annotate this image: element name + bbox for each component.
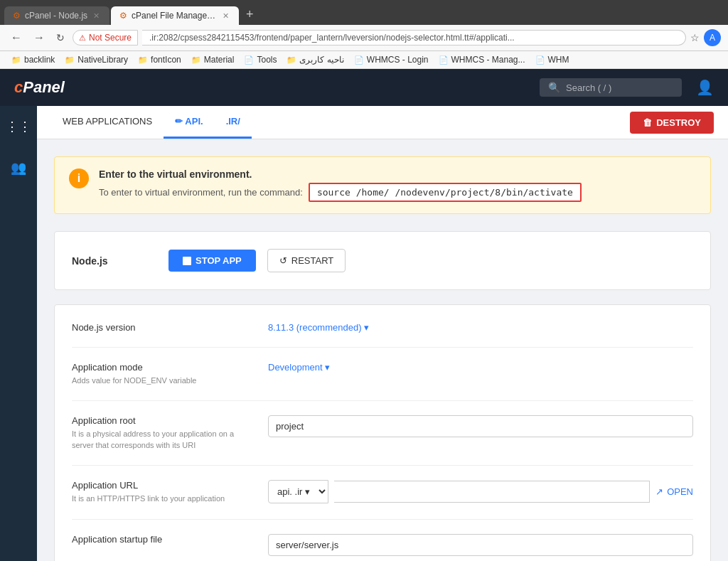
form-row-version: Node.js version 8.11.3 (recommended) ▾	[72, 322, 693, 333]
folder-icon: 📁	[11, 55, 21, 65]
form-label-mode: Application mode Adds value for NODE_ENV…	[72, 362, 257, 386]
not-secure-label: Not Secure	[89, 33, 132, 43]
new-tab-button[interactable]: +	[240, 4, 259, 25]
tab-bar: ⚙ cPanel - Node.js ✕ ⚙ cPanel File Manag…	[0, 0, 728, 25]
app-root-input[interactable]	[268, 415, 693, 437]
form-row-mode: Application mode Adds value for NODE_ENV…	[72, 362, 693, 386]
folder-icon: 📁	[138, 55, 148, 65]
form-row-startup: Application startup file	[72, 534, 693, 556]
nav-web-applications[interactable]: WEB APPLICATIONS	[51, 106, 164, 139]
form-value-startup	[268, 534, 693, 556]
form-label-root: Application root It is a physical addres…	[72, 415, 257, 451]
alert-title: Enter to the virtual environment.	[99, 169, 696, 180]
file-icon: 📄	[535, 55, 545, 65]
nav-api[interactable]: ✏ API.	[164, 106, 214, 139]
startup-file-input[interactable]	[268, 534, 693, 556]
cpanel-header: cPanel 🔍 👤	[0, 69, 728, 106]
tab1-favicon: ⚙	[13, 11, 21, 21]
nav-ir[interactable]: .IR/	[215, 106, 252, 139]
tab2-close[interactable]: ✕	[221, 11, 230, 21]
open-button[interactable]: ↗ OPEN	[655, 486, 693, 497]
form-label-url: Application URL It is an HTTP/HTTPS link…	[72, 480, 257, 504]
tab-2[interactable]: ⚙ cPanel File Manager v3 ✕	[111, 6, 239, 25]
restart-icon: ↺	[279, 255, 287, 266]
file-icon: 📄	[439, 55, 449, 65]
mode-dropdown[interactable]: Development ▾	[268, 362, 330, 373]
header-search[interactable]: 🔍	[540, 78, 682, 97]
folder-icon: 📁	[287, 55, 296, 65]
top-nav: WEB APPLICATIONS ✏ API. .IR/ 🗑 DESTROY	[37, 106, 728, 139]
tab2-title: cPanel File Manager v3	[132, 11, 217, 21]
cpanel-body: ⋮⋮ 👥 WEB APPLICATIONS ✏ API. .IR/ 🗑 DEST…	[0, 106, 728, 561]
bookmark-nahiye[interactable]: 📁 ناحیه کاربری	[282, 53, 348, 66]
nodejs-panel: Node.js STOP APP ↺ RESTART	[54, 231, 711, 290]
external-link-icon: ↗	[655, 486, 663, 497]
form-value-version[interactable]: 8.11.3 (recommended) ▾	[268, 322, 693, 333]
folder-icon: 📁	[191, 55, 201, 65]
alert-box: i Enter to the virtual environment. To e…	[54, 156, 711, 214]
address-bar: ← → ↻ ⚠ Not Secure .ir:2082/cpsess284211…	[0, 25, 728, 51]
tab-1[interactable]: ⚙ cPanel - Node.js ✕	[4, 6, 109, 25]
stop-app-button[interactable]: STOP APP	[168, 250, 256, 272]
bookmark-nativelibrary[interactable]: 📁 NativeLibrary	[60, 53, 132, 66]
nodejs-row: Node.js STOP APP ↺ RESTART	[72, 249, 693, 272]
sidebar: ⋮⋮ 👥	[0, 106, 37, 561]
tab2-favicon: ⚙	[119, 11, 127, 21]
alert-content: Enter to the virtual environment. To ent…	[99, 169, 696, 202]
cpanel-logo: cPanel	[14, 78, 65, 97]
file-icon: 📄	[244, 55, 254, 65]
command-box: source /home/ /nodevenv/project/8/bin/ac…	[309, 183, 582, 202]
bookmark-whmcs-login[interactable]: 📄 WHMCS - Login	[350, 53, 433, 66]
search-input[interactable]	[566, 82, 651, 93]
content-area: i Enter to the virtual environment. To e…	[37, 139, 728, 561]
url-row: api. .ir ▾ ↗ OPEN	[268, 480, 693, 503]
sidebar-users-icon[interactable]: 👥	[5, 154, 32, 181]
bookmark-tools[interactable]: 📄 Tools	[240, 53, 281, 66]
user-icon[interactable]: 👤	[696, 79, 714, 96]
form-value-mode[interactable]: Development ▾	[268, 362, 693, 373]
edit-icon: ✏	[175, 116, 183, 127]
destroy-button[interactable]: 🗑 DESTROY	[630, 112, 714, 134]
form-value-root	[268, 415, 693, 437]
form-row-url: Application URL It is an HTTP/HTTPS link…	[72, 480, 693, 504]
form-label-version: Node.js version	[72, 322, 257, 333]
bookmark-star[interactable]: ☆	[690, 32, 700, 43]
reload-button[interactable]: ↻	[53, 31, 68, 45]
alert-body: To enter to virtual environment, run the…	[99, 183, 696, 202]
lock-icon: ⚠	[79, 33, 86, 43]
form-panel: Node.js version 8.11.3 (recommended) ▾ A…	[54, 304, 711, 561]
stop-icon	[183, 257, 191, 265]
bookmark-backlink[interactable]: 📁 backlink	[7, 53, 59, 66]
bookmarks-bar: 📁 backlink 📁 NativeLibrary 📁 fontIcon 📁 …	[0, 51, 728, 69]
bookmark-material[interactable]: 📁 Material	[187, 53, 239, 66]
url-path-input[interactable]	[334, 481, 650, 503]
bookmark-whm[interactable]: 📄 WHM	[531, 53, 574, 66]
sidebar-grid-icon[interactable]: ⋮⋮	[0, 113, 37, 140]
bookmark-whmcs-manag[interactable]: 📄 WHMCS - Manag...	[434, 53, 530, 66]
search-icon: 🔍	[548, 82, 560, 93]
info-icon: i	[69, 169, 89, 188]
tab1-close[interactable]: ✕	[92, 11, 101, 21]
back-button[interactable]: ←	[7, 30, 26, 46]
form-value-url: api. .ir ▾ ↗ OPEN	[268, 480, 693, 503]
bookmark-fonticon[interactable]: 📁 fontIcon	[134, 53, 186, 66]
forward-button[interactable]: →	[30, 30, 48, 46]
main-content: WEB APPLICATIONS ✏ API. .IR/ 🗑 DESTROY i…	[37, 106, 728, 561]
trash-icon: 🗑	[643, 117, 652, 128]
form-row-root: Application root It is a physical addres…	[72, 415, 693, 451]
nodejs-label: Node.js	[72, 255, 157, 267]
folder-icon: 📁	[65, 55, 75, 65]
url-domain-select[interactable]: api. .ir ▾	[268, 480, 328, 503]
security-indicator: ⚠ Not Secure	[73, 30, 138, 46]
form-label-startup: Application startup file	[72, 534, 257, 545]
url-field[interactable]: .ir:2082/cpsess2842115453/frontend/paper…	[142, 30, 686, 46]
file-icon: 📄	[354, 55, 364, 65]
version-dropdown[interactable]: 8.11.3 (recommended) ▾	[268, 322, 369, 333]
restart-button[interactable]: ↺ RESTART	[267, 249, 346, 272]
profile-button[interactable]: A	[704, 29, 721, 46]
tab1-title: cPanel - Node.js	[25, 11, 87, 21]
browser-chrome: ⚙ cPanel - Node.js ✕ ⚙ cPanel File Manag…	[0, 0, 728, 69]
